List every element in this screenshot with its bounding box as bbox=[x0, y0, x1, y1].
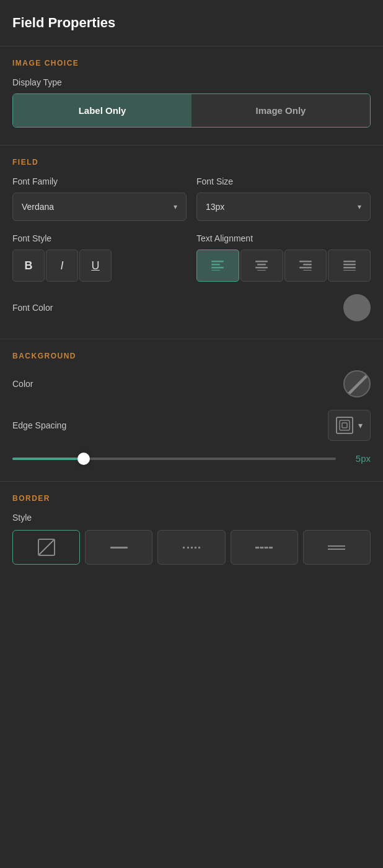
svg-rect-7 bbox=[257, 270, 266, 271]
slider-value: 5px bbox=[346, 453, 371, 464]
svg-rect-0 bbox=[211, 261, 224, 263]
svg-rect-15 bbox=[343, 270, 356, 271]
font-family-label: Font Family bbox=[12, 176, 187, 186]
align-justify-icon bbox=[343, 261, 356, 271]
align-right-icon bbox=[299, 261, 312, 271]
svg-rect-17 bbox=[340, 420, 350, 430]
border-none-button[interactable] bbox=[12, 530, 80, 565]
border-dotted-icon bbox=[183, 547, 200, 549]
background-color-picker[interactable] bbox=[343, 370, 371, 397]
page-title: Field Properties bbox=[12, 15, 371, 31]
display-type-toggle: Label Only Image Only bbox=[12, 93, 371, 128]
font-family-arrow-icon: ▾ bbox=[174, 202, 177, 211]
text-alignment-group bbox=[196, 250, 371, 282]
border-section: BORDER Style bbox=[12, 494, 371, 565]
edge-spacing-slider[interactable] bbox=[12, 458, 336, 460]
edge-icon-svg bbox=[339, 420, 350, 431]
border-solid-icon bbox=[110, 547, 128, 549]
align-left-button[interactable] bbox=[196, 250, 239, 282]
svg-rect-12 bbox=[343, 261, 356, 263]
border-solid-button[interactable] bbox=[85, 530, 152, 565]
align-left-icon bbox=[211, 261, 224, 271]
font-style-group: B I U bbox=[12, 250, 187, 282]
font-style-align-row: Font Style B I U Text Alignment bbox=[12, 233, 371, 282]
border-header: BORDER bbox=[12, 494, 371, 503]
svg-rect-11 bbox=[303, 270, 312, 271]
image-choice-section: IMAGE CHOICE Display Type Label Only Ima… bbox=[12, 59, 371, 128]
svg-rect-14 bbox=[343, 267, 356, 269]
border-dotted-button[interactable] bbox=[157, 530, 225, 565]
font-size-arrow-icon: ▾ bbox=[358, 202, 361, 211]
no-color-icon bbox=[345, 371, 371, 397]
bold-button[interactable]: B bbox=[12, 250, 45, 282]
svg-rect-5 bbox=[257, 264, 266, 266]
svg-rect-4 bbox=[255, 261, 268, 263]
svg-rect-1 bbox=[211, 264, 220, 266]
background-header: BACKGROUND bbox=[12, 352, 371, 360]
border-style-group bbox=[12, 530, 371, 565]
font-size-dropdown[interactable]: 13px ▾ bbox=[196, 193, 371, 221]
text-alignment-col: Text Alignment bbox=[196, 233, 371, 282]
label-only-btn[interactable]: Label Only bbox=[13, 94, 192, 127]
font-color-label: Font Color bbox=[12, 303, 53, 313]
font-color-picker[interactable] bbox=[343, 294, 371, 321]
slider-row: 5px bbox=[12, 453, 371, 464]
field-header: FIELD bbox=[12, 158, 371, 167]
slider-track bbox=[12, 458, 336, 460]
edge-spacing-arrow-icon: ▾ bbox=[358, 420, 363, 430]
background-section: BACKGROUND Color Edge Spacing ▾ bbox=[12, 352, 371, 464]
slider-fill bbox=[12, 458, 84, 460]
section-divider-top bbox=[0, 46, 383, 46]
font-size-value: 13px bbox=[206, 202, 224, 212]
border-double-icon bbox=[328, 545, 345, 550]
svg-rect-9 bbox=[303, 264, 312, 266]
border-none-icon bbox=[38, 539, 55, 556]
align-right-button[interactable] bbox=[284, 250, 327, 282]
border-style-label: Style bbox=[12, 513, 371, 523]
align-justify-button[interactable] bbox=[328, 250, 371, 282]
edge-spacing-row: Edge Spacing ▾ bbox=[12, 410, 371, 441]
edge-spacing-dropdown[interactable]: ▾ bbox=[328, 410, 371, 441]
svg-rect-18 bbox=[342, 423, 347, 428]
edge-spacing-icon bbox=[336, 417, 353, 434]
font-family-value: Verdana bbox=[22, 202, 54, 212]
align-center-icon bbox=[255, 261, 268, 271]
align-center-button[interactable] bbox=[240, 250, 283, 282]
font-size-col: Font Size 13px ▾ bbox=[196, 176, 371, 221]
section-divider-field bbox=[0, 145, 383, 145]
svg-rect-3 bbox=[211, 270, 220, 271]
edge-spacing-label: Edge Spacing bbox=[12, 420, 66, 430]
font-family-size-row: Font Family Verdana ▾ Font Size 13px ▾ bbox=[12, 176, 371, 221]
svg-rect-8 bbox=[299, 261, 312, 263]
section-divider-background bbox=[0, 339, 383, 339]
svg-rect-13 bbox=[343, 264, 356, 266]
font-family-col: Font Family Verdana ▾ bbox=[12, 176, 187, 221]
font-style-col: Font Style B I U bbox=[12, 233, 187, 282]
svg-rect-10 bbox=[299, 267, 312, 269]
slider-thumb[interactable] bbox=[77, 453, 90, 465]
image-choice-header: IMAGE CHOICE bbox=[12, 59, 371, 67]
background-color-label: Color bbox=[12, 379, 33, 389]
display-type-label: Display Type bbox=[12, 77, 371, 87]
underline-button[interactable]: U bbox=[79, 250, 112, 282]
svg-rect-2 bbox=[211, 267, 224, 269]
section-divider-border bbox=[0, 481, 383, 482]
border-dashed-button[interactable] bbox=[231, 530, 298, 565]
font-size-label: Font Size bbox=[196, 176, 371, 186]
image-only-btn[interactable]: Image Only bbox=[192, 94, 370, 127]
font-family-dropdown[interactable]: Verdana ▾ bbox=[12, 193, 187, 221]
font-color-row: Font Color bbox=[12, 294, 371, 321]
field-section: FIELD Font Family Verdana ▾ Font Size 13… bbox=[12, 158, 371, 321]
background-color-row: Color bbox=[12, 370, 371, 397]
svg-rect-6 bbox=[255, 267, 268, 269]
border-dashed-icon bbox=[255, 547, 273, 549]
page-container: Field Properties IMAGE CHOICE Display Ty… bbox=[0, 0, 383, 597]
italic-button[interactable]: I bbox=[46, 250, 78, 282]
text-alignment-label: Text Alignment bbox=[196, 233, 371, 243]
svg-line-16 bbox=[348, 375, 368, 395]
border-double-button[interactable] bbox=[303, 530, 371, 565]
font-style-label: Font Style bbox=[12, 233, 187, 243]
